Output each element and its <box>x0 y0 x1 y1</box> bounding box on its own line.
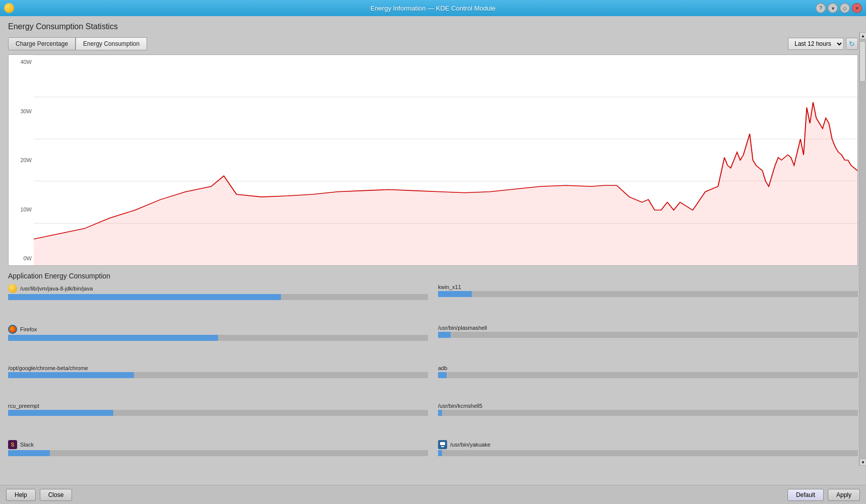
chart-controls: Last 12 hours Last 1 hour Last 3 hours L… <box>788 38 858 50</box>
app-item-java: /usr/lib/jvm/java-8-jdk/bin/java <box>8 284 428 323</box>
svg-rect-6 <box>440 442 445 445</box>
app-icon: ⚡ <box>4 3 14 13</box>
app-item-adb: adb <box>438 365 858 401</box>
apply-button[interactable]: Apply <box>828 489 860 501</box>
svg-rect-7 <box>441 446 444 447</box>
app-item-firefox: Firefox <box>8 325 428 364</box>
titlebar-left: ⚡ <box>4 3 14 13</box>
app-item-kwin: kwin_x11 <box>438 284 858 323</box>
scroll-thumb[interactable] <box>859 41 865 82</box>
main-scrollbar: ▲ ▼ <box>859 32 866 466</box>
close-bottom-button[interactable]: Close <box>40 489 73 501</box>
slack-icon: S <box>8 440 17 449</box>
y-label-10w: 10W <box>11 206 32 212</box>
kwin-bar <box>438 291 472 297</box>
content-area: Energy Consumption Statistics Charge Per… <box>0 16 866 485</box>
refresh-button[interactable]: ↻ <box>846 38 858 50</box>
app-list: /usr/lib/jvm/java-8-jdk/bin/java kwin_x1… <box>8 284 858 479</box>
close-button[interactable]: ✕ <box>852 3 862 13</box>
scroll-down-arrow[interactable]: ▼ <box>859 459 866 466</box>
firefox-bar <box>8 335 218 341</box>
app-item-kcmshell5: /usr/bin/kcmshell5 <box>438 403 858 439</box>
y-label-20w: 20W <box>11 157 32 163</box>
svg-marker-5 <box>34 102 857 265</box>
bottom-right-buttons: Default Apply <box>787 489 860 501</box>
chart-plot <box>34 55 857 265</box>
titlebar: ⚡ Energy Information — KDE Control Modul… <box>0 0 866 16</box>
scroll-track <box>859 39 866 459</box>
y-label-40w: 40W <box>11 59 32 65</box>
titlebar-controls: ? ▾ ◇ ✕ <box>816 3 862 13</box>
y-label-30w: 30W <box>11 108 32 114</box>
app-item-slack: S Slack <box>8 440 428 479</box>
page-title: Energy Consumption Statistics <box>8 22 858 31</box>
y-label-0w: 0W <box>11 255 32 261</box>
bottom-bar: Help Close Default Apply <box>0 485 866 504</box>
main-window: ⚡ Energy Information — KDE Control Modul… <box>0 0 866 504</box>
default-button[interactable]: Default <box>787 489 824 501</box>
app-item-chrome: /opt/google/chrome-beta/chrome <box>8 365 428 401</box>
rcu-bar <box>8 410 113 416</box>
firefox-icon <box>8 325 17 334</box>
window-title: Energy Information — KDE Control Module <box>371 5 496 12</box>
java-bar <box>8 294 281 300</box>
charge-percentage-tab[interactable]: Charge Percentage <box>8 37 76 50</box>
toolbar: Charge Percentage Energy Consumption Las… <box>8 37 858 50</box>
app-item-yakuake: /usr/bin/yakuake <box>438 440 858 479</box>
maximize-button[interactable]: ◇ <box>840 3 850 13</box>
y-axis: 0W 10W 20W 30W 40W <box>9 55 34 265</box>
yakuake-bar <box>438 450 442 456</box>
chart-svg <box>34 55 857 265</box>
plasmashell-bar <box>438 332 451 338</box>
java-icon <box>8 284 17 293</box>
energy-consumption-tab[interactable]: Energy Consumption <box>76 37 147 50</box>
kcmshell5-bar <box>438 410 442 416</box>
time-range-select[interactable]: Last 12 hours Last 1 hour Last 3 hours L… <box>788 38 844 50</box>
chrome-bar <box>8 372 134 378</box>
adb-bar <box>438 372 447 378</box>
help-bottom-button[interactable]: Help <box>6 489 36 501</box>
scroll-up-arrow[interactable]: ▲ <box>859 32 866 39</box>
app-item-rcu: rcu_preempt <box>8 403 428 439</box>
app-section-title: Application Energy Consumption <box>8 272 858 280</box>
help-button[interactable]: ? <box>816 3 826 13</box>
minimize-button[interactable]: ▾ <box>828 3 838 13</box>
chart-container: 0W 10W 20W 30W 40W <box>8 54 858 266</box>
slack-bar <box>8 450 50 456</box>
app-item-plasmashell: /usr/bin/plasmashell <box>438 325 858 364</box>
yakuake-icon <box>438 440 447 449</box>
